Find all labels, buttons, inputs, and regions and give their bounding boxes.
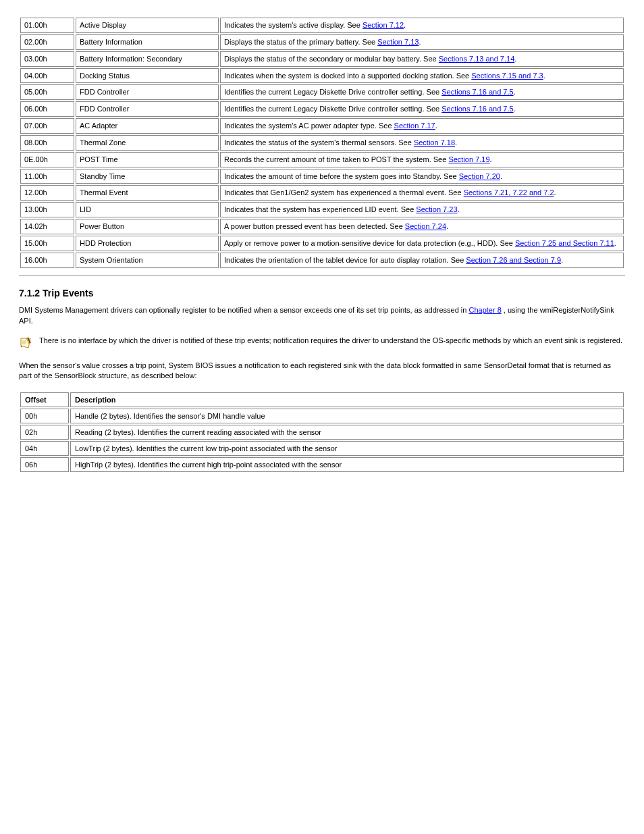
cell-desc: Apply or remove power to a motion-sensit…	[220, 236, 624, 251]
desc-text-post: .	[514, 55, 516, 63]
table-row: 07.00hAC AdapterIndicates the system's A…	[20, 118, 624, 134]
cell-description: HighTrip (2 bytes). Identifies the curre…	[70, 457, 624, 472]
section-link[interactable]: Section 7.18	[414, 138, 455, 147]
desc-text-post: .	[554, 188, 556, 197]
section-link[interactable]: Section 7.17	[394, 122, 435, 130]
table-row: 04.00hDocking StatusIndicates when the s…	[20, 68, 624, 84]
cell-offset: 00h	[20, 409, 69, 423]
table-row: 05.00hFDD ControllerIdentifies the curre…	[20, 84, 624, 100]
cell-name: Power Button	[76, 219, 219, 234]
desc-text-post: .	[514, 105, 516, 113]
cell-id: 03.00h	[20, 51, 74, 67]
table-row: 06hHighTrip (2 bytes). Identifies the cu…	[20, 457, 624, 472]
table-row: 01.00hActive DisplayIndicates the system…	[20, 18, 624, 33]
section-link[interactable]: Section 7.24	[405, 222, 446, 230]
section-link[interactable]: Sections 7.16 and 7.5	[441, 88, 513, 96]
desc-text-post: .	[561, 256, 563, 264]
cell-name: Standby Time	[76, 169, 219, 184]
cell-offset: 04h	[20, 441, 69, 456]
cell-id: 07.00h	[20, 118, 74, 134]
desc-text: Indicates that the system has experience…	[224, 205, 416, 213]
desc-text-post: .	[446, 222, 448, 230]
section-link[interactable]: Section 7.26 and Section 7.9	[466, 256, 561, 264]
section-link[interactable]: Section 7.25 and Section 7.11	[515, 239, 614, 247]
cell-name: FDD Controller	[76, 101, 219, 117]
cell-offset: 02h	[20, 425, 69, 440]
table-row: 08.00hThermal ZoneIndicates the status o…	[20, 135, 624, 151]
cell-description: Reading (2 bytes). Identifies the curren…	[70, 425, 624, 440]
section-link[interactable]: Section 7.23	[416, 205, 457, 213]
desc-text: Indicates the status of the system's the…	[224, 138, 414, 147]
note-text: There is no interface by which the drive…	[39, 336, 625, 344]
table-row: 04hLowTrip (2 bytes). Identifies the cur…	[20, 441, 624, 456]
desc-text: Displays the status of the primary batte…	[224, 38, 377, 46]
desc-text-post: .	[543, 72, 545, 80]
section-para-2: When the sensor's value crosses a trip p…	[19, 361, 625, 382]
svg-point-3	[21, 346, 22, 347]
table-row: 02hReading (2 bytes). Identifies the cur…	[20, 425, 624, 440]
table-row: 0E.00hPOST TimeRecords the current amoun…	[20, 152, 624, 167]
desc-text: Indicates the orientation of the tablet …	[224, 256, 466, 264]
desc-text: A power button pressed event has been de…	[224, 222, 405, 230]
cell-desc: Displays the status of the primary batte…	[220, 34, 624, 50]
desc-text-post: .	[514, 88, 516, 96]
desc-text: Displays the status of the secondary or …	[224, 55, 439, 63]
cell-id: 01.00h	[20, 18, 74, 33]
cell-id: 0E.00h	[20, 152, 74, 167]
desc-text-post: .	[500, 172, 502, 180]
cell-name: AC Adapter	[76, 118, 219, 134]
section-link[interactable]: Section 7.19	[448, 155, 489, 163]
cell-desc: Identifies the current Legacy Diskette D…	[220, 101, 624, 117]
desc-text: Indicates that Gen1/Gen2 system has expe…	[224, 188, 464, 197]
divider	[19, 275, 625, 276]
desc-text: Indicates the system's AC power adapter …	[224, 122, 394, 130]
desc-text-post: .	[490, 155, 492, 163]
cell-id: 12.00h	[20, 185, 74, 201]
cell-desc: A power button pressed event has been de…	[220, 219, 624, 234]
note-icon	[19, 336, 32, 350]
section-link[interactable]: Sections 7.21, 7.22 and 7.2	[464, 188, 554, 197]
section-link[interactable]: Section 7.13	[377, 38, 419, 46]
cell-name: Thermal Zone	[76, 135, 219, 151]
desc-text-post: .	[458, 205, 460, 213]
cell-description: Handle (2 bytes). Identifies the sensor'…	[70, 409, 624, 423]
table-row: 12.00hThermal EventIndicates that Gen1/G…	[20, 185, 624, 201]
desc-text: Indicates when the system is docked into…	[224, 72, 471, 80]
cell-id: 15.00h	[20, 236, 74, 251]
section-link[interactable]: Sections 7.16 and 7.5	[441, 105, 513, 113]
cell-id: 16.00h	[20, 253, 74, 268]
chapter-link[interactable]: Chapter 8	[468, 306, 501, 314]
desc-text-post: .	[614, 239, 616, 247]
cell-desc: Identifies the current Legacy Diskette D…	[220, 84, 624, 100]
section-link[interactable]: Section 7.20	[459, 172, 500, 180]
section-heading: 7.1.2 Trip Events	[19, 288, 625, 298]
cell-id: 06.00h	[20, 101, 74, 117]
cell-desc: Indicates the status of the system's the…	[220, 135, 624, 151]
table-row: 16.00hSystem OrientationIndicates the or…	[20, 253, 624, 268]
cell-id: 04.00h	[20, 68, 74, 84]
cell-desc: Indicates that the system has experience…	[220, 202, 624, 217]
desc-text-post: .	[419, 38, 421, 46]
cell-id: 11.00h	[20, 169, 74, 184]
col-desc-header: Description	[70, 392, 624, 407]
cell-desc: Indicates the system's AC power adapter …	[220, 118, 624, 134]
cell-name: Battery Information: Secondary	[76, 51, 219, 67]
section-link[interactable]: Section 7.12	[363, 21, 404, 29]
cell-name: Thermal Event	[76, 185, 219, 201]
col-offset-header: Offset	[20, 392, 69, 407]
section-link[interactable]: Sections 7.15 and 7.3	[471, 72, 543, 80]
desc-text-post: .	[435, 122, 437, 130]
cell-name: Active Display	[76, 18, 219, 33]
section-link[interactable]: Sections 7.13 and 7.14	[439, 55, 515, 63]
cell-id: 05.00h	[20, 84, 74, 100]
desc-text: Apply or remove power to a motion-sensit…	[224, 239, 515, 247]
cell-desc: Records the current amount of time taken…	[220, 152, 624, 167]
desc-text: Records the current amount of time taken…	[224, 155, 448, 163]
desc-text: Identifies the current Legacy Diskette D…	[224, 105, 441, 113]
table-row: 14.02hPower ButtonA power button pressed…	[20, 219, 624, 234]
cell-name: Battery Information	[76, 34, 219, 50]
cell-id: 14.02h	[20, 219, 74, 234]
cell-desc: Indicates the orientation of the tablet …	[220, 253, 624, 268]
table-row: 03.00hBattery Information: SecondaryDisp…	[20, 51, 624, 67]
cell-id: 02.00h	[20, 34, 74, 50]
